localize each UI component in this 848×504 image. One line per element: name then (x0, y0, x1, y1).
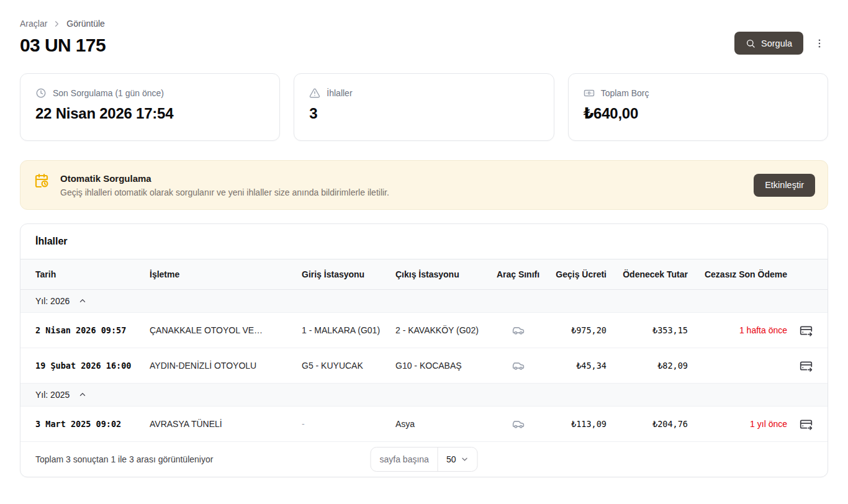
stat-cards: Son Sorgulama (1 gün önce) 22 Nisan 2026… (20, 73, 828, 141)
table-footer: Toplam 3 sonuçtan 1 ile 3 arası görüntül… (20, 442, 828, 477)
breadcrumb: Araçlar Görüntüle (20, 19, 106, 29)
per-page-label: sayfa başına (371, 448, 438, 471)
breadcrumb-vehicles[interactable]: Araçlar (20, 19, 47, 29)
stat-label: Son Sorgulama (1 gün önce) (53, 88, 164, 98)
sorgula-button[interactable]: Sorgula (734, 32, 803, 55)
per-page-control: sayfa başına 50 (371, 447, 478, 472)
collapse-group-button[interactable] (77, 295, 88, 307)
cell-payable: ₺353,15 (652, 325, 688, 335)
banknote-icon (584, 88, 595, 99)
credit-card-pay-icon (800, 359, 813, 372)
table-title: İhlaller (20, 224, 828, 259)
pay-button[interactable] (800, 418, 813, 431)
cell-entry-station: - (302, 419, 395, 429)
auto-query-banner: Otomatik Sorgulama Geçiş ihlalleri otoma… (20, 160, 828, 210)
pay-button[interactable] (800, 324, 813, 337)
group-label: Yıl: 2026 (35, 296, 70, 306)
col-header-payable: Ödenecek Tutar (623, 269, 688, 279)
results-summary: Toplam 3 sonuçtan 1 ile 3 arası görüntül… (35, 454, 213, 464)
chevron-right-icon (52, 19, 61, 29)
stat-card-violations: İhlaller 3 (294, 73, 554, 141)
car-icon (512, 324, 525, 336)
car-icon (512, 418, 525, 430)
search-icon (746, 38, 756, 48)
cell-operator: AVRASYA TÜNELİ (150, 419, 302, 429)
chevron-up-icon (78, 390, 87, 399)
breadcrumb-view[interactable]: Görüntüle (66, 19, 104, 29)
banner-title: Otomatik Sorgulama (60, 173, 742, 184)
sorgula-button-label: Sorgula (761, 38, 792, 48)
cell-operator: AYDIN-DENİZLİ OTOYOLU (150, 361, 302, 371)
cell-payable: ₺204,76 (652, 419, 688, 429)
etkinlestir-button[interactable]: Etkinleştir (754, 174, 815, 197)
cell-deadline: 1 hafta önce (739, 325, 787, 335)
cell-date: 19 Şubat 2026 16:00 (35, 361, 150, 371)
cell-toll: ₺975,20 (571, 325, 607, 335)
calendar-clock-icon (34, 173, 49, 188)
col-header-deadline: Cezasız Son Ödeme (705, 269, 787, 279)
cell-deadline: 1 yıl önce (750, 419, 787, 429)
cell-date: 3 Mart 2025 09:02 (35, 419, 150, 429)
col-header-vehicle-class: Araç Sınıfı (497, 269, 539, 279)
stat-value-total-debt: ₺640,00 (584, 105, 813, 122)
page-title: 03 UN 175 (20, 35, 106, 56)
cell-exit-station: 2 - KAVAKKÖY (G02) (395, 325, 492, 335)
pay-button[interactable] (800, 359, 813, 372)
per-page-value: 50 (446, 454, 456, 464)
per-page-select[interactable]: 50 (438, 448, 477, 471)
stat-label: Toplam Borç (601, 88, 649, 98)
col-header-exit: Çıkış İstasyonu (395, 269, 492, 279)
cell-entry-station: G5 - KUYUCAK (302, 361, 395, 371)
table-row[interactable]: 3 Mart 2025 09:02 AVRASYA TÜNELİ - Asya … (20, 407, 828, 442)
group-row-2026: Yıl: 2026 (20, 290, 828, 313)
collapse-group-button[interactable] (77, 389, 88, 400)
banner-description: Geçiş ihlalleri otomatik olarak sorgulan… (60, 187, 742, 197)
car-icon (512, 359, 525, 372)
kebab-menu-icon (814, 38, 825, 49)
table-row[interactable]: 19 Şubat 2026 16:00 AYDIN-DENİZLİ OTOYOL… (20, 348, 828, 384)
page-header: Araçlar Görüntüle 03 UN 175 Sorgula (20, 19, 828, 56)
col-header-toll: Geçiş Ücreti (556, 269, 607, 279)
chevron-down-icon (460, 455, 469, 464)
stat-label: İhlaller (327, 88, 352, 98)
cell-date: 2 Nisan 2026 09:57 (35, 325, 150, 335)
clock-icon (35, 88, 47, 99)
table-row[interactable]: 2 Nisan 2026 09:57 ÇANAKKALE OTOYOL VE… … (20, 313, 828, 348)
cell-operator: ÇANAKKALE OTOYOL VE… (150, 325, 302, 335)
col-header-date: Tarih (35, 269, 150, 279)
warning-triangle-icon (309, 88, 320, 99)
group-row-2025: Yıl: 2025 (20, 384, 828, 407)
chevron-up-icon (78, 297, 87, 305)
group-label: Yıl: 2025 (35, 390, 70, 400)
cell-entry-station: 1 - MALKARA (G01) (302, 325, 395, 335)
stat-value-violations: 3 (309, 105, 538, 122)
cell-payable: ₺82,09 (657, 361, 688, 371)
credit-card-pay-icon (800, 418, 813, 431)
cell-toll: ₺113,09 (571, 419, 607, 429)
credit-card-pay-icon (800, 324, 813, 337)
more-options-button[interactable] (811, 32, 828, 55)
cell-toll: ₺45,34 (576, 361, 607, 371)
stat-card-total-debt: Toplam Borç ₺640,00 (568, 73, 828, 141)
violations-table: İhlaller Tarih İşletme Giriş İstasyonu Ç… (20, 223, 828, 477)
stat-card-last-query: Son Sorgulama (1 gün önce) 22 Nisan 2026… (20, 73, 280, 141)
vehicle-detail-page: Araçlar Görüntüle 03 UN 175 Sorgula (0, 0, 848, 496)
col-header-entry: Giriş İstasyonu (302, 269, 395, 279)
table-header-row: Tarih İşletme Giriş İstasyonu Çıkış İsta… (20, 259, 828, 290)
col-header-operator: İşletme (150, 269, 302, 279)
cell-exit-station: G10 - KOCABAŞ (395, 361, 492, 371)
cell-exit-station: Asya (395, 419, 492, 429)
stat-value-last-query: 22 Nisan 2026 17:54 (35, 105, 264, 122)
